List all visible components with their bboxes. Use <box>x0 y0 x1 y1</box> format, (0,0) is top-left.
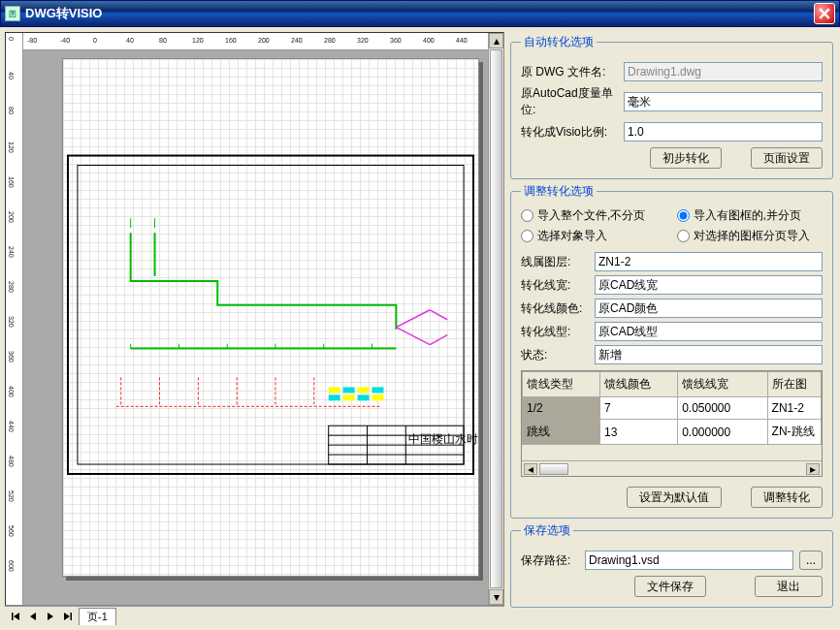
svg-line-12 <box>430 310 447 320</box>
layer-label: 线属图层: <box>521 254 589 270</box>
vertical-ruler: 0408012016020024028032036040044048052056… <box>6 33 23 605</box>
page-tab[interactable]: 页-1 <box>79 608 116 625</box>
options-pane: 自动转化选项 原 DWG 文件名: 原AutoCad度量单位: 毫米 转化成Vi… <box>508 32 835 625</box>
dwg-file-label: 原 DWG 文件名: <box>521 64 618 80</box>
svg-line-13 <box>430 335 447 345</box>
radio-whole-file[interactable]: 导入整个文件,不分页 <box>521 207 667 224</box>
svg-line-10 <box>396 310 430 328</box>
titlebar: 囲 DWG转VISIO <box>0 0 840 27</box>
app-icon: 囲 <box>5 6 20 21</box>
scroll-down-icon[interactable]: ▾ <box>489 589 503 605</box>
feeder-table[interactable]: 馈线类型 馈线颜色 馈线线宽 所在图 1/270.050000ZN1-2跳线13… <box>521 370 823 477</box>
table-row[interactable]: 1/270.050000ZN1-2 <box>523 397 822 420</box>
exit-button[interactable]: 退出 <box>755 576 823 597</box>
nav-last-button[interactable] <box>61 610 75 623</box>
adjust-convert-button[interactable]: 调整转化 <box>751 487 823 508</box>
close-icon <box>819 8 830 19</box>
dwg-drawing: 中国楼山水时尚酒店 <box>63 59 478 576</box>
svg-rect-21 <box>329 387 340 393</box>
nav-prev-button[interactable] <box>26 610 40 623</box>
table-horizontal-scrollbar[interactable]: ◂ ▸ <box>522 460 822 476</box>
browse-button[interactable]: ... <box>799 551 823 570</box>
page-nav-bar: 页-1 <box>5 606 504 625</box>
adjust-convert-group: 调整转化选项 导入整个文件,不分页 导入有图框的,并分页 选择对象导入 对选择的… <box>510 183 833 519</box>
svg-rect-22 <box>343 387 355 393</box>
svg-rect-36 <box>12 613 14 620</box>
initial-convert-button[interactable]: 初步转化 <box>650 147 722 169</box>
svg-rect-37 <box>71 613 73 620</box>
scroll-right-icon[interactable]: ▸ <box>806 463 820 475</box>
svg-rect-24 <box>372 387 384 393</box>
window-title: DWG转VISIO <box>25 5 814 22</box>
dwg-file-field <box>624 62 823 81</box>
svg-rect-27 <box>358 394 370 400</box>
horizontal-ruler: -80-4004080120160200240280320360400440 <box>23 33 488 50</box>
th-type[interactable]: 馈线类型 <box>523 372 600 397</box>
radio-selected-frame[interactable]: 对选择的图框分页导入 <box>677 228 824 244</box>
auto-convert-legend: 自动转化选项 <box>521 34 597 50</box>
save-path-field[interactable] <box>585 551 793 570</box>
linecolor-label: 转化线颜色: <box>521 300 589 317</box>
th-layer[interactable]: 所在图 <box>767 372 821 397</box>
svg-rect-25 <box>329 394 340 400</box>
svg-rect-23 <box>358 387 370 393</box>
nav-next-button[interactable] <box>44 610 57 623</box>
table-row[interactable]: 跳线130.000000ZN-跳线 <box>523 420 822 445</box>
status-select[interactable]: 新增 <box>595 345 823 364</box>
canvas-pane: 0408012016020024028032036040044048052056… <box>5 32 504 625</box>
svg-rect-26 <box>343 394 355 400</box>
nav-first-button[interactable] <box>9 610 22 623</box>
drawing-page: 中国楼山水时尚酒店 <box>62 58 479 577</box>
svg-text:中国楼山水时尚酒店: 中国楼山水时尚酒店 <box>408 432 478 446</box>
svg-line-11 <box>396 328 430 345</box>
lineweight-select[interactable]: 原CAD线宽 <box>595 275 823 295</box>
scroll-left-icon[interactable]: ◂ <box>524 463 537 475</box>
status-label: 状态: <box>521 347 589 363</box>
scale-label: 转化成Visio比例: <box>521 124 618 141</box>
lineweight-label: 转化线宽: <box>521 277 589 294</box>
save-legend: 保存选项 <box>521 522 573 539</box>
svg-rect-28 <box>372 394 384 400</box>
layer-select[interactable]: ZN1-2 <box>595 252 823 271</box>
unit-label: 原AutoCad度量单位: <box>521 85 618 118</box>
unit-select[interactable]: 毫米 <box>624 92 823 111</box>
svg-rect-1 <box>78 165 464 464</box>
th-width[interactable]: 馈线线宽 <box>678 372 767 397</box>
radio-select-object[interactable]: 选择对象导入 <box>521 228 667 244</box>
save-file-button[interactable]: 文件保存 <box>634 576 706 597</box>
save-group: 保存选项 保存路径: ... 文件保存 退出 <box>510 522 833 608</box>
adjust-convert-legend: 调整转化选项 <box>521 183 597 200</box>
linetype-label: 转化线型: <box>521 324 589 340</box>
radio-with-frame[interactable]: 导入有图框的,并分页 <box>677 207 824 224</box>
close-button[interactable] <box>814 3 835 24</box>
page-setup-button[interactable]: 页面设置 <box>751 147 823 169</box>
linecolor-select[interactable]: 原CAD颜色 <box>595 299 823 318</box>
vertical-scrollbar[interactable]: ▴ ▾ <box>488 33 503 605</box>
drawing-area[interactable]: 中国楼山水时尚酒店 <box>23 50 488 605</box>
linetype-select[interactable]: 原CAD线型 <box>595 322 823 341</box>
th-color[interactable]: 馈线颜色 <box>600 372 678 397</box>
auto-convert-group: 自动转化选项 原 DWG 文件名: 原AutoCad度量单位: 毫米 转化成Vi… <box>510 34 833 179</box>
scale-field[interactable] <box>624 122 823 142</box>
set-default-button[interactable]: 设置为默认值 <box>627 487 722 508</box>
scroll-up-icon[interactable]: ▴ <box>489 33 503 48</box>
save-path-label: 保存路径: <box>521 552 579 569</box>
